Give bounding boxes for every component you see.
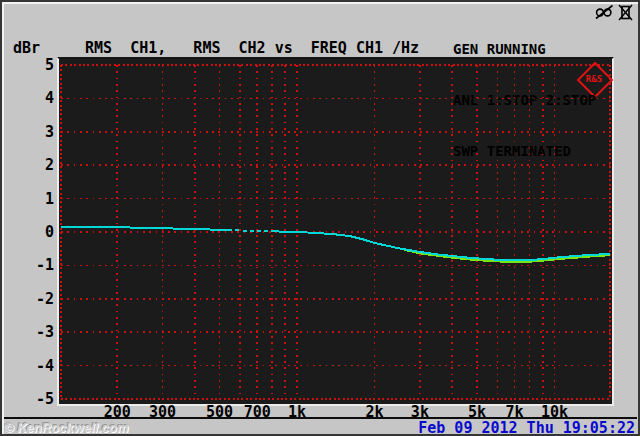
y-axis-tick-label: 2: [16, 157, 54, 173]
datetime-display: Feb 09 2012 Thu 19:05:22: [418, 419, 635, 436]
status-icon-group: [595, 4, 633, 21]
y-axis-unit-label: dBr: [13, 39, 40, 57]
status-panel: GEN RUNNING ANL 1:STOP 2:STOP SWP TERMIN…: [453, 7, 596, 194]
y-axis-tick-label: 3: [16, 124, 54, 140]
y-axis-tick-label: -5: [16, 391, 54, 407]
y-axis-tick-label: -1: [16, 257, 54, 273]
y-axis-tick-label: -3: [16, 324, 54, 340]
y-axis-tick-label: 0: [16, 224, 54, 240]
trace-title: RMS CH1, RMS CH2 vs FREQ CH1 /Hz: [85, 39, 419, 57]
y-axis-tick-label: 4: [16, 90, 54, 106]
status-generator: GEN RUNNING: [453, 41, 596, 58]
y-axis-tick-label: -2: [16, 291, 54, 307]
monitor-muted-icon: [618, 4, 633, 21]
analyzer-screen: GEN RUNNING ANL 1:STOP 2:STOP SWP TERMIN…: [0, 0, 640, 436]
speaker-muted-icon: [595, 4, 614, 21]
status-sweep: SWP TERMINATED: [453, 143, 596, 160]
y-axis-tick-label: 5: [16, 57, 54, 73]
watermark-text: © KenRockwell.com: [4, 420, 128, 435]
status-analyzer: ANL 1:STOP 2:STOP: [453, 92, 596, 109]
y-axis-tick-label: -4: [16, 358, 54, 374]
y-axis-tick-label: 1: [16, 191, 54, 207]
